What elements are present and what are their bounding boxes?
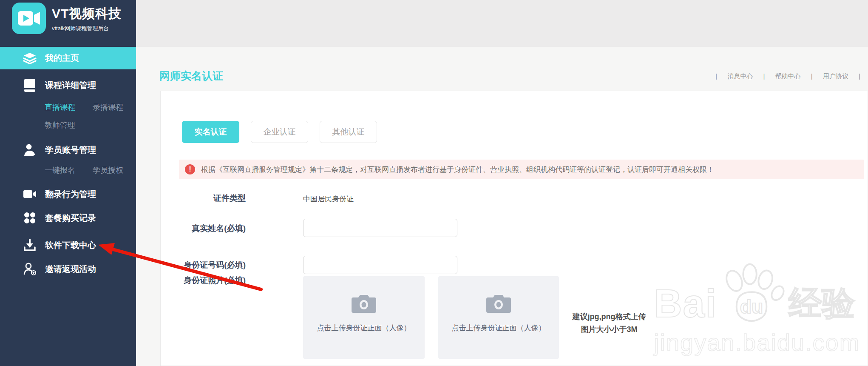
upload-hint-line1: 建议jpg,png格式上传 — [560, 310, 658, 323]
sidebar: VT视频科技 vttalk网师课程管理后台 我的主页 — [0, 0, 136, 366]
cert-type-value: 中国居民身份证 — [303, 194, 354, 204]
user-plus-icon — [22, 263, 37, 275]
sidebar-item-label: 学员账号管理 — [45, 144, 96, 156]
sidebar-item-label: 翻录行为管理 — [45, 189, 96, 200]
camera-icon — [486, 294, 511, 315]
sidebar-item-package-purchase[interactable]: 套餐购买记录 — [0, 207, 136, 229]
video-logo-icon — [17, 9, 41, 28]
cert-type-label: 证件类型 — [169, 193, 246, 204]
watermark-du-text: du — [740, 296, 763, 317]
video-camera-icon — [22, 189, 37, 199]
app-window: VT视频科技 vttalk网师课程管理后台 我的主页 — [0, 0, 868, 366]
grid-icon — [22, 212, 37, 224]
sidebar-item-invite-cashback[interactable]: 邀请返现活动 — [0, 258, 136, 280]
tab-enterprise-auth[interactable]: 企业认证 — [251, 121, 308, 143]
user-agreement-link[interactable]: 用户协议 — [823, 72, 848, 80]
policy-alert-banner: ! 根据《互联网直播服务管理规定》第十二条规定，对互联网直播发布者进行基于身份证… — [179, 160, 864, 179]
brand-text: VT视频科技 vttalk网师课程管理后台 — [52, 5, 122, 32]
authentication-card: 实名认证 企业认证 其他认证 ! 根据《互联网直播服务管理规定》第十二条规定，对… — [160, 91, 868, 366]
paw-icon: du — [715, 261, 788, 329]
policy-alert-text: 根据《互联网直播服务管理规定》第十二条规定，对互联网直播发布者进行基于身份证件、… — [201, 165, 714, 174]
upload-hint-line2: 图片大小小于3M — [560, 323, 658, 336]
sidebar-item-software-download[interactable]: 软件下载中心 — [0, 234, 136, 256]
download-icon — [22, 239, 37, 252]
header-band — [136, 0, 868, 47]
watermark-url: jingyan.baidu.com — [654, 329, 858, 356]
id-photo-label: 身份证照片(必填) — [169, 275, 246, 286]
sidebar-item-label: 我的主页 — [45, 52, 79, 64]
separator: | — [859, 72, 860, 80]
upload-id-back-button[interactable]: 点击上传身份证正面（人像） — [438, 276, 559, 359]
sidebar-item-label: 邀请返现活动 — [45, 263, 96, 275]
topbar-links: | 消息中心 | 帮助中心 | 用户协议 | — [711, 72, 865, 80]
help-center-link[interactable]: 帮助中心 — [775, 72, 801, 80]
upload-front-text: 点击上传身份证正面（人像） — [317, 323, 411, 333]
sidebar-item-student-account[interactable]: 学员账号管理 — [0, 139, 136, 160]
separator: | — [763, 72, 765, 80]
upload-hint: 建议jpg,png格式上传 图片大小小于3M — [560, 310, 658, 336]
sidebar-item-recording-behavior[interactable]: 翻录行为管理 — [0, 183, 136, 205]
real-name-input[interactable] — [303, 219, 457, 237]
page-title: 网师实名认证 — [159, 69, 223, 83]
sidebar-item-label: 软件下载中心 — [45, 240, 96, 251]
baidu-jingyan-watermark: Bai du 经验 jingyan.baidu.com — [654, 261, 858, 356]
message-center-link[interactable]: 消息中心 — [727, 72, 753, 80]
layers-icon — [22, 52, 37, 64]
separator: | — [715, 72, 717, 80]
book-icon — [22, 78, 37, 92]
sidebar-item-label: 课程详细管理 — [45, 80, 96, 91]
sidebar-subitem-recorded-course[interactable]: 录播课程 — [93, 102, 123, 112]
exclamation-circle-icon: ! — [185, 164, 195, 174]
watermark-bai-text: Bai — [654, 281, 717, 326]
sidebar-subitem-student-authorization[interactable]: 学员授权 — [93, 165, 123, 175]
sidebar-subitem-teacher-management[interactable]: 教师管理 — [45, 120, 75, 130]
sidebar-subitem-live-course[interactable]: 直播课程 — [45, 102, 75, 112]
brand: VT视频科技 vttalk网师课程管理后台 — [0, 0, 136, 43]
id-number-input[interactable] — [303, 256, 457, 274]
user-icon — [22, 143, 37, 156]
watermark-jingyan-text: 经验 — [789, 281, 855, 326]
brand-title: VT视频科技 — [52, 5, 122, 23]
tab-real-name-auth[interactable]: 实名认证 — [182, 121, 239, 143]
sidebar-item-course-management[interactable]: 课程详细管理 — [0, 74, 136, 96]
id-number-label: 身份证号码(必填) — [169, 260, 246, 271]
auth-tabs: 实名认证 企业认证 其他认证 — [182, 121, 389, 143]
brand-subtitle: vttalk网师课程管理后台 — [52, 25, 122, 32]
sidebar-item-label: 套餐购买记录 — [45, 212, 96, 224]
sidebar-item-home[interactable]: 我的主页 — [0, 47, 136, 69]
sidebar-subitem-one-click-signup[interactable]: 一键报名 — [45, 165, 75, 175]
watermark-logo-row: Bai du 经验 — [654, 261, 858, 326]
tab-other-auth[interactable]: 其他认证 — [320, 121, 377, 143]
app-logo — [12, 3, 46, 34]
real-name-label: 真实姓名(必填) — [169, 223, 246, 234]
camera-icon — [352, 294, 376, 315]
upload-back-text: 点击上传身份证正面（人像） — [452, 323, 546, 333]
separator: | — [811, 72, 813, 80]
upload-id-front-button[interactable]: 点击上传身份证正面（人像） — [303, 276, 425, 359]
